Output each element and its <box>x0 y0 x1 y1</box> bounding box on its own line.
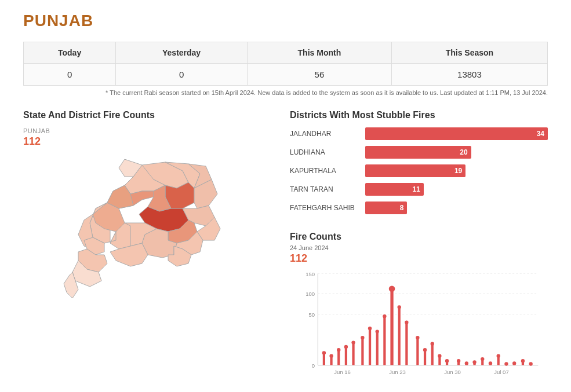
bar-value: 34 <box>537 130 544 138</box>
bar-district-label: FATEHGARH SAHIB <box>290 204 365 212</box>
bar-track: 19 <box>365 164 548 177</box>
bar-row: KAPURTHALA19 <box>290 164 548 177</box>
svg-point-81 <box>481 357 484 361</box>
bar-row: FATEHGARH SAHIB8 <box>290 202 548 214</box>
fire-counts-date: 24 June 2024 <box>290 244 548 251</box>
bar-track: 34 <box>365 127 548 140</box>
bar-value: 11 <box>412 185 420 193</box>
svg-point-75 <box>457 359 460 362</box>
svg-point-43 <box>329 354 333 358</box>
bar-track: 20 <box>365 146 548 159</box>
svg-point-67 <box>423 348 427 351</box>
left-panel: State And District Fire Counts PUNJAB 11… <box>23 110 272 385</box>
svg-point-57 <box>383 314 386 318</box>
svg-point-51 <box>361 336 364 339</box>
col-yesterday: Yesterday <box>116 42 248 64</box>
bar-fill: 8 <box>365 202 407 214</box>
svg-point-63 <box>405 321 408 324</box>
bar-district-label: TARN TARAN <box>290 185 365 193</box>
bar-district-label: LUDHIANA <box>290 148 365 156</box>
svg-text:50: 50 <box>308 312 315 318</box>
val-today: 0 <box>24 64 116 86</box>
right-panel: Districts With Most Stubble Fires JALAND… <box>290 110 548 385</box>
svg-point-53 <box>368 327 372 330</box>
bar-fill: 11 <box>365 183 424 196</box>
svg-text:100: 100 <box>305 291 315 297</box>
fire-counts-section: Fire Counts 24 June 2024 112 150 100 50 … <box>290 232 548 380</box>
chart-area: 150 100 50 0 Jun 16 Jun 23 Jun 30 Jul 07 <box>290 270 548 380</box>
svg-point-71 <box>438 354 441 358</box>
svg-text:0: 0 <box>312 362 315 369</box>
svg-point-49 <box>351 340 355 344</box>
fire-counts-title: Fire Counts <box>290 232 548 242</box>
bar-value: 8 <box>400 204 404 212</box>
col-this-season: This Season <box>391 42 547 64</box>
svg-point-41 <box>322 351 326 354</box>
col-this-month: This Month <box>247 42 391 64</box>
svg-point-61 <box>398 305 401 309</box>
svg-point-85 <box>497 354 500 358</box>
district-bars-title: Districts With Most Stubble Fires <box>290 110 548 120</box>
col-today: Today <box>24 42 116 64</box>
svg-point-89 <box>512 361 516 365</box>
state-count: 112 <box>23 135 272 148</box>
bar-district-label: KAPURTHALA <box>290 167 365 175</box>
svg-point-87 <box>504 362 508 365</box>
val-yesterday: 0 <box>116 64 248 86</box>
bar-fill: 20 <box>365 146 471 159</box>
bar-row: JALANDHAR34 <box>290 127 548 140</box>
svg-text:Jun 30: Jun 30 <box>444 369 461 375</box>
fire-counts-chart: 150 100 50 0 Jun 16 Jun 23 Jun 30 Jul 07 <box>290 270 548 380</box>
svg-point-73 <box>445 359 449 362</box>
main-content: State And District Fire Counts PUNJAB 11… <box>23 110 548 385</box>
district-bars: JALANDHAR34LUDHIANA20KAPURTHALA19TARN TA… <box>290 127 548 214</box>
page-title: PUNJAB <box>23 12 548 30</box>
val-this-season: 13803 <box>391 64 547 86</box>
bar-track: 8 <box>365 202 548 214</box>
fire-counts-num: 112 <box>290 252 548 265</box>
bar-value: 20 <box>460 148 467 156</box>
stats-table: Today Yesterday This Month This Season 0… <box>23 42 548 86</box>
bar-track: 11 <box>365 183 548 196</box>
footnote: * The current Rabi season started on 15t… <box>23 89 548 96</box>
svg-point-83 <box>489 361 492 365</box>
svg-point-93 <box>529 362 533 365</box>
svg-text:Jul 07: Jul 07 <box>494 369 508 375</box>
svg-point-77 <box>465 361 468 365</box>
svg-point-69 <box>431 342 434 346</box>
svg-point-55 <box>376 329 379 333</box>
svg-text:150: 150 <box>305 271 315 277</box>
svg-text:Jun 23: Jun 23 <box>389 369 406 375</box>
bar-row: LUDHIANA20 <box>290 146 548 159</box>
svg-point-45 <box>337 348 340 351</box>
svg-point-47 <box>344 345 348 349</box>
svg-text:Jun 16: Jun 16 <box>334 369 351 375</box>
bar-district-label: JALANDHAR <box>290 130 365 138</box>
bar-fill: 34 <box>365 127 548 140</box>
state-label: PUNJAB <box>23 127 272 134</box>
svg-point-79 <box>472 360 476 364</box>
bar-fill: 19 <box>365 164 465 177</box>
punjab-map <box>49 153 246 385</box>
fire-counts-map-title: State And District Fire Counts <box>23 110 272 120</box>
svg-point-65 <box>416 336 419 339</box>
map-container <box>49 153 246 385</box>
val-this-month: 56 <box>247 64 391 86</box>
bar-value: 19 <box>454 167 462 175</box>
svg-point-59 <box>389 285 395 292</box>
svg-point-91 <box>521 359 525 362</box>
bar-row: TARN TARAN11 <box>290 183 548 196</box>
